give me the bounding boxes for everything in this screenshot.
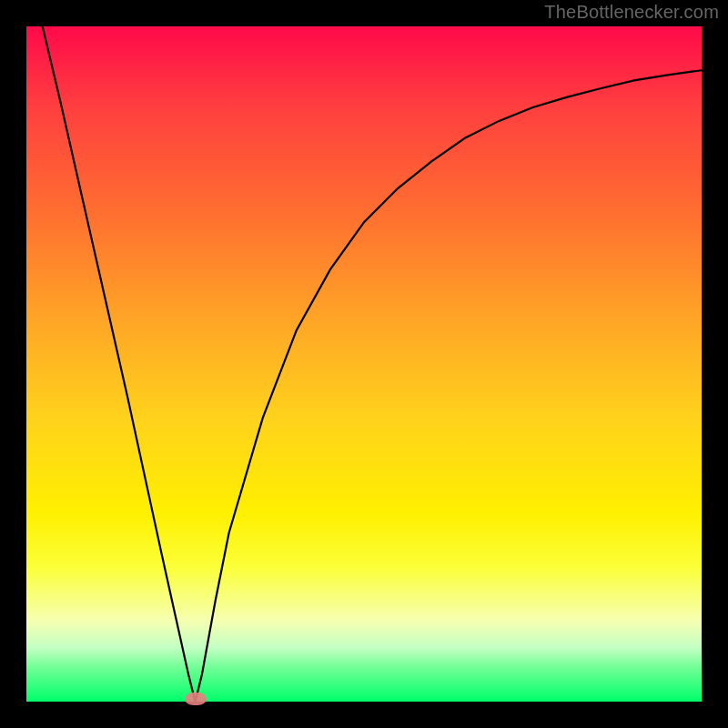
optimal-marker <box>185 693 207 705</box>
chart-frame: TheBottlenecker.com <box>0 0 728 728</box>
plot-area <box>26 26 702 702</box>
curve-svg <box>26 26 702 702</box>
attribution-text: TheBottlenecker.com <box>544 2 719 23</box>
bottleneck-curve <box>26 26 702 702</box>
